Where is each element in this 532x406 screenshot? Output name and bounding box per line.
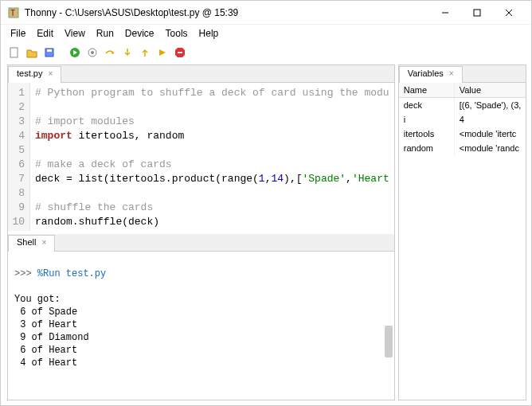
var-value: [(6, 'Spade'), (3, [455,98,526,112]
svg-text:T: T [10,9,15,18]
code-line: import itertools, random [35,129,389,143]
svg-point-11 [91,51,94,54]
menu-view[interactable]: View [60,26,90,41]
svg-rect-8 [47,49,52,52]
code-line: # Python program to shuffle a deck of ca… [35,86,389,100]
code-area[interactable]: # Python program to shuffle a deck of ca… [30,83,394,231]
variables-tabs: Variables × [399,65,526,83]
tab-variables[interactable]: Variables × [399,66,463,83]
close-icon[interactable]: × [42,238,47,247]
var-value: <module 'itertc [455,127,526,141]
menu-run[interactable]: Run [92,26,119,41]
window-title: Thonny - C:\Users\ASUS\Desktop\test.py @… [25,7,429,18]
tab-shell[interactable]: Shell × [8,235,55,252]
tab-label: Shell [17,237,36,247]
var-value: 4 [455,112,526,127]
menu-edit[interactable]: Edit [32,26,58,41]
titlebar: T Thonny - C:\Users\ASUS\Desktop\test.py… [1,1,531,25]
svg-rect-3 [474,10,480,16]
close-icon[interactable]: × [48,69,53,78]
svg-rect-6 [10,48,18,57]
code-line: deck = list(itertools.product(range(1,14… [35,172,389,186]
tab-label: Variables [408,68,444,78]
maximize-button[interactable] [461,2,493,24]
variables-header: Name Value [399,83,526,98]
shell-text: You got: 6 of Spade 3 of Heart 9 of Diam… [14,294,89,369]
col-header-value[interactable]: Value [455,83,526,97]
scrollbar-thumb[interactable] [385,326,393,357]
line-gutter: 123456789101112131415 [8,83,30,231]
code-editor[interactable]: 123456789101112131415 # Python program t… [8,83,394,231]
tab-editor-file[interactable]: test.py × [8,66,61,83]
stop-icon[interactable] [173,45,187,60]
close-icon[interactable]: × [449,69,454,78]
variable-row[interactable]: itertools<module 'itertc [399,127,526,141]
code-line [35,186,389,201]
shell-prompt: >>> [14,268,37,279]
menu-file[interactable]: File [6,26,30,41]
menu-device[interactable]: Device [120,26,159,41]
save-icon[interactable] [42,45,57,60]
col-header-name[interactable]: Name [399,83,455,97]
open-file-icon[interactable] [25,45,39,60]
svg-rect-13 [178,52,182,53]
step-into-icon[interactable] [120,45,135,60]
var-name: random [399,141,455,155]
code-line: # import modules [35,115,389,129]
app-icon: T [7,6,20,19]
shell-tabs: Shell × [8,234,394,252]
var-name: deck [399,98,455,112]
code-line: # make a deck of cards [35,158,389,172]
toolbar [1,42,531,64]
menubar: File Edit View Run Device Tools Help [1,25,531,42]
var-name: i [399,112,455,127]
shell-output[interactable]: >>> %Run test.py You got: 6 of Spade 3 o… [8,252,394,400]
debug-icon[interactable] [85,45,100,60]
close-button[interactable] [493,2,525,24]
var-value: <module 'randc [455,141,526,155]
new-file-icon[interactable] [7,45,22,60]
code-line [35,100,389,115]
run-icon[interactable] [68,45,82,60]
step-over-icon[interactable] [103,45,117,60]
minimize-button[interactable] [429,2,461,24]
code-line [35,229,389,231]
tab-label: test.py [17,68,42,78]
shell-command: %Run test.py [37,268,106,279]
menu-tools[interactable]: Tools [161,26,193,41]
variable-row[interactable]: deck[(6, 'Spade'), (3, [399,98,526,112]
code-line: # shuffle the cards [35,201,389,215]
editor-tabs: test.py × [8,65,394,83]
code-line [35,143,389,158]
menu-help[interactable]: Help [194,26,224,41]
resume-icon[interactable] [155,45,170,60]
step-out-icon[interactable] [138,45,152,60]
variables-table: Name Value deck[(6, 'Spade'), (3,i4itert… [399,83,526,400]
variable-row[interactable]: i4 [399,112,526,127]
var-name: itertools [399,127,455,141]
code-line: random.shuffle(deck) [35,215,389,229]
variable-row[interactable]: random<module 'randc [399,141,526,155]
